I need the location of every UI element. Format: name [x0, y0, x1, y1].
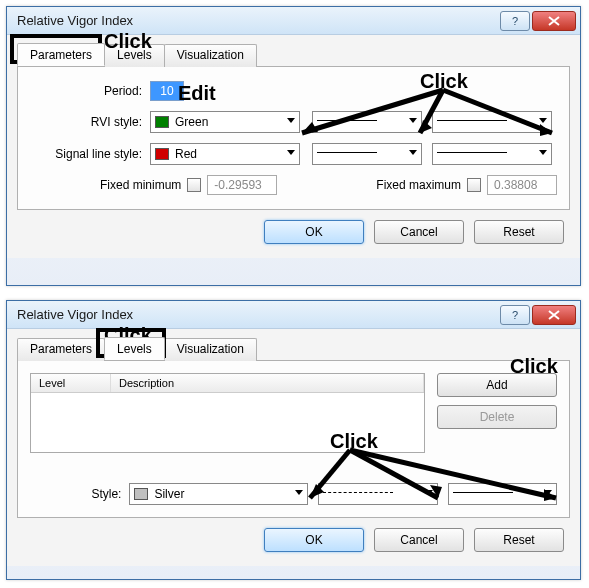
- col-level[interactable]: Level: [31, 374, 111, 392]
- color-swatch-icon: [155, 116, 169, 128]
- chevron-down-icon: [539, 150, 547, 155]
- line-style-icon: [323, 492, 393, 493]
- fixed-max-value[interactable]: 0.38808: [487, 175, 557, 195]
- tab-visualization[interactable]: Visualization: [164, 338, 257, 361]
- line-style-icon: [317, 152, 377, 153]
- titlebar[interactable]: Relative Vigor Index ?: [7, 301, 580, 329]
- fixed-min-value[interactable]: -0.29593: [207, 175, 277, 195]
- line-width-icon: [437, 120, 507, 121]
- ok-button[interactable]: OK: [264, 528, 364, 552]
- reset-button[interactable]: Reset: [474, 528, 564, 552]
- signal-linewidth-dropdown[interactable]: [432, 143, 552, 165]
- period-label: Period:: [30, 84, 150, 98]
- dialog-rvi-levels: Relative Vigor Index ? Parameters Levels…: [6, 300, 581, 580]
- line-width-icon: [437, 152, 507, 153]
- close-icon: [548, 16, 560, 26]
- chevron-down-icon: [409, 150, 417, 155]
- window-title: Relative Vigor Index: [17, 13, 498, 28]
- titlebar[interactable]: Relative Vigor Index ?: [7, 7, 580, 35]
- cancel-button[interactable]: Cancel: [374, 220, 464, 244]
- rvi-linestyle-dropdown[interactable]: [312, 111, 422, 133]
- tab-visualization[interactable]: Visualization: [164, 44, 257, 67]
- level-linestyle-dropdown[interactable]: [318, 483, 437, 505]
- signal-linestyle-dropdown[interactable]: [312, 143, 422, 165]
- line-width-icon: [453, 492, 513, 493]
- reset-button[interactable]: Reset: [474, 220, 564, 244]
- signal-color-dropdown[interactable]: Red: [150, 143, 300, 165]
- chevron-down-icon: [287, 118, 295, 123]
- chevron-down-icon: [295, 490, 303, 495]
- add-button[interactable]: Add: [437, 373, 557, 397]
- help-button[interactable]: ?: [500, 305, 530, 325]
- tab-bar: Parameters Levels Visualization: [17, 337, 570, 361]
- parameters-panel: Period: RVI style: Green: [17, 67, 570, 210]
- fixed-max-label: Fixed maximum: [376, 178, 461, 192]
- signal-style-label: Signal line style:: [30, 147, 150, 161]
- chevron-down-icon: [544, 490, 552, 495]
- fixed-min-label: Fixed minimum: [100, 178, 181, 192]
- chevron-down-icon: [425, 490, 433, 495]
- button-bar: OK Cancel Reset: [17, 210, 570, 248]
- close-button[interactable]: [532, 11, 576, 31]
- level-color-value: Silver: [154, 487, 184, 501]
- color-swatch-icon: [155, 148, 169, 160]
- level-color-dropdown[interactable]: Silver: [129, 483, 308, 505]
- ok-button[interactable]: OK: [264, 220, 364, 244]
- rvi-style-label: RVI style:: [30, 115, 150, 129]
- levels-list[interactable]: Level Description: [30, 373, 425, 453]
- rvi-linewidth-dropdown[interactable]: [432, 111, 552, 133]
- button-bar: OK Cancel Reset: [17, 518, 570, 556]
- fixed-max-checkbox[interactable]: [467, 178, 481, 192]
- signal-color-value: Red: [175, 147, 197, 161]
- style-label: Style:: [30, 487, 129, 501]
- chevron-down-icon: [287, 150, 295, 155]
- delete-button[interactable]: Delete: [437, 405, 557, 429]
- chevron-down-icon: [539, 118, 547, 123]
- level-linewidth-dropdown[interactable]: [448, 483, 557, 505]
- fixed-min-checkbox[interactable]: [187, 178, 201, 192]
- close-icon: [548, 310, 560, 320]
- tab-parameters[interactable]: Parameters: [17, 338, 105, 361]
- tab-parameters[interactable]: Parameters: [17, 43, 105, 66]
- rvi-color-dropdown[interactable]: Green: [150, 111, 300, 133]
- levels-list-header: Level Description: [31, 374, 424, 393]
- close-button[interactable]: [532, 305, 576, 325]
- tab-levels[interactable]: Levels: [104, 337, 165, 360]
- line-style-icon: [317, 120, 377, 121]
- rvi-color-value: Green: [175, 115, 208, 129]
- window-title: Relative Vigor Index: [17, 307, 498, 322]
- tab-bar: Parameters Levels Visualization: [17, 43, 570, 67]
- levels-panel: Level Description Add Delete Style: Silv…: [17, 361, 570, 518]
- color-swatch-icon: [134, 488, 148, 500]
- period-input[interactable]: [150, 81, 184, 101]
- cancel-button[interactable]: Cancel: [374, 528, 464, 552]
- dialog-rvi-parameters: Relative Vigor Index ? Parameters Levels…: [6, 6, 581, 286]
- col-description[interactable]: Description: [111, 374, 424, 392]
- chevron-down-icon: [409, 118, 417, 123]
- tab-levels[interactable]: Levels: [104, 44, 165, 67]
- help-button[interactable]: ?: [500, 11, 530, 31]
